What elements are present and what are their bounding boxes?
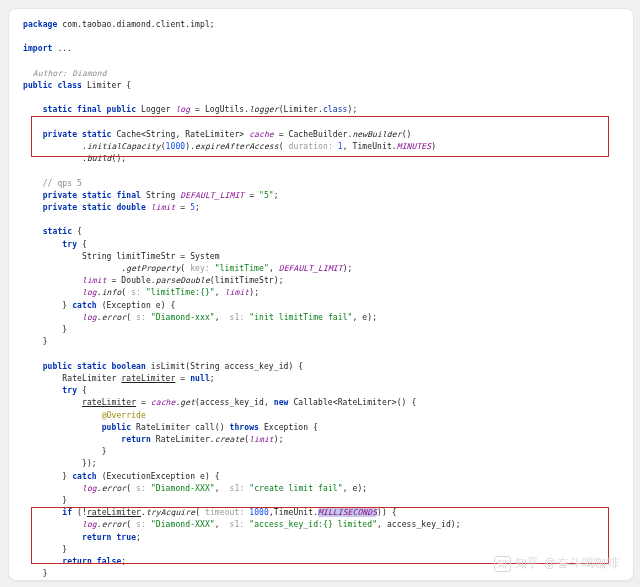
watermark: 知知乎 @奋斗喝咖啡: [494, 555, 619, 572]
code-block: package com.taobao.diamond.client.impl; …: [9, 9, 633, 581]
code-card: package com.taobao.diamond.client.impl; …: [8, 8, 634, 581]
highlight-box-cache: [31, 116, 609, 157]
